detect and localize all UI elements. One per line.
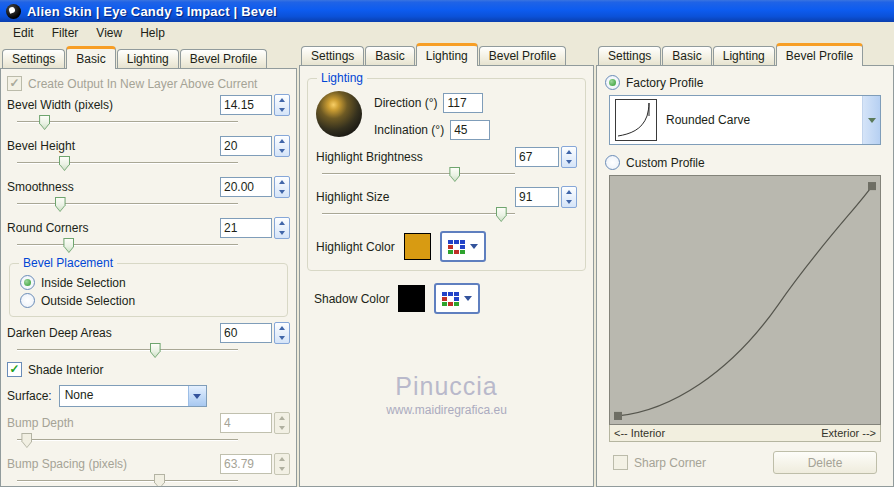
highlight-size-value[interactable]: 91: [515, 187, 559, 207]
bevel-width-stepper[interactable]: [274, 94, 290, 116]
tab-settings[interactable]: Settings: [598, 46, 661, 65]
shadow-color-row: Shadow Color: [314, 283, 579, 314]
bevel-width-label: Bevel Width (pixels): [7, 98, 113, 112]
create-output-checkbox: [7, 76, 22, 91]
surface-dropdown[interactable]: None: [59, 385, 207, 407]
darken-deep-areas-slider-thumb[interactable]: [150, 343, 161, 358]
highlight-size-label: Highlight Size: [316, 190, 389, 204]
bevel-placement-group: Bevel Placement Inside Selection Outside…: [9, 263, 288, 317]
bump-spacing-value: 63.79: [220, 454, 272, 474]
highlight-size-slider[interactable]: [322, 207, 515, 222]
inside-selection-radio[interactable]: [20, 275, 35, 290]
profile-curve-thumbnail: [615, 99, 657, 141]
direction-input[interactable]: 117: [443, 93, 483, 113]
bump-spacing-stepper: [274, 453, 290, 475]
tab-bevel-profile[interactable]: Bevel Profile: [479, 46, 566, 65]
custom-profile-radio[interactable]: [605, 155, 620, 170]
surface-label: Surface:: [7, 389, 52, 403]
surface-dropdown-button[interactable]: [188, 386, 206, 406]
bump-spacing-label: Bump Spacing (pixels): [7, 457, 127, 471]
watermark-name: Pinuccia: [300, 372, 593, 401]
bevel-height-value[interactable]: 20: [220, 136, 272, 156]
shade-interior-row[interactable]: Shade Interior: [7, 362, 290, 377]
curve-handle-interior[interactable]: [614, 412, 622, 420]
tab-basic[interactable]: Basic: [66, 46, 115, 69]
bevel-height-stepper[interactable]: [274, 135, 290, 157]
profile-dropdown-button[interactable]: [862, 96, 880, 144]
window-title: Alien Skin | Eye Candy 5 Impact | Bevel: [27, 4, 277, 19]
shade-interior-checkbox[interactable]: [7, 362, 22, 377]
bevel-width-slider[interactable]: [17, 115, 238, 130]
highlight-brightness-slider[interactable]: [322, 167, 515, 182]
shadow-color-swatch[interactable]: [398, 285, 425, 312]
tab-lighting[interactable]: Lighting: [117, 49, 179, 68]
darken-deep-areas-value[interactable]: 60: [220, 323, 272, 343]
inside-selection-label: Inside Selection: [41, 276, 126, 290]
light-direction-sphere[interactable]: [316, 91, 362, 137]
bevel-profile-curve: [610, 176, 880, 424]
tab-bevel-profile[interactable]: Bevel Profile: [776, 43, 863, 66]
highlight-color-row: Highlight Color: [316, 231, 577, 262]
tab-settings[interactable]: Settings: [301, 46, 364, 65]
bevel-profile-curve-editor[interactable]: [609, 175, 881, 425]
highlight-size-stepper[interactable]: [561, 186, 577, 208]
basic-panel: Settings Basic Lighting Bevel Profile Cr…: [0, 43, 297, 487]
menu-filter[interactable]: Filter: [43, 23, 88, 43]
round-corners-control: Round Corners 21: [1, 216, 296, 253]
bevel-profile-bottom-row: Sharp Corner Delete: [613, 451, 877, 474]
title-bar: Alien Skin | Eye Candy 5 Impact | Bevel: [0, 0, 894, 22]
highlight-color-swatch[interactable]: [404, 233, 431, 260]
factory-profile-option[interactable]: Factory Profile: [605, 75, 885, 90]
highlight-size-slider-thumb[interactable]: [496, 207, 507, 222]
tab-lighting[interactable]: Lighting: [416, 43, 478, 66]
highlight-color-picker-button[interactable]: [440, 231, 486, 262]
bump-depth-slider-thumb: [21, 433, 32, 448]
highlight-brightness-stepper[interactable]: [561, 146, 577, 168]
bevel-width-control: Bevel Width (pixels) 14.15: [1, 93, 296, 130]
menu-help[interactable]: Help: [131, 23, 174, 43]
smoothness-stepper[interactable]: [274, 176, 290, 198]
round-corners-slider[interactable]: [17, 238, 238, 253]
tab-bevel-profile[interactable]: Bevel Profile: [180, 49, 267, 68]
tab-lighting[interactable]: Lighting: [713, 46, 775, 65]
chevron-down-icon: [193, 394, 201, 399]
smoothness-value[interactable]: 20.00: [220, 177, 272, 197]
outside-selection-option[interactable]: Outside Selection: [20, 293, 277, 308]
interior-axis-label: <-- Interior: [614, 427, 665, 439]
smoothness-slider-thumb[interactable]: [55, 197, 66, 212]
menu-view[interactable]: View: [87, 23, 131, 43]
profile-name: Rounded Carve: [666, 113, 862, 127]
round-corners-value[interactable]: 21: [220, 218, 272, 238]
direction-label: Direction (°): [374, 96, 437, 110]
menu-bar: Edit Filter View Help: [0, 22, 894, 43]
inside-selection-option[interactable]: Inside Selection: [20, 275, 277, 290]
curve-handle-exterior[interactable]: [868, 182, 876, 190]
curve-axis-strip: <-- Interior Exterior -->: [609, 425, 881, 442]
bevel-height-slider-thumb[interactable]: [59, 156, 70, 171]
bevel-height-slider[interactable]: [17, 156, 238, 171]
tab-basic[interactable]: Basic: [662, 46, 711, 65]
round-corners-stepper[interactable]: [274, 217, 290, 239]
custom-profile-option[interactable]: Custom Profile: [605, 155, 885, 170]
smoothness-slider[interactable]: [17, 197, 238, 212]
inclination-input[interactable]: 45: [450, 120, 490, 140]
darken-deep-areas-stepper[interactable]: [274, 322, 290, 344]
chevron-down-icon: [470, 244, 478, 249]
light-direction-row: Direction (°) 117 Inclination (°) 45: [316, 91, 577, 140]
factory-profile-label: Factory Profile: [626, 76, 703, 90]
surface-value: None: [60, 386, 188, 406]
factory-profile-dropdown[interactable]: Rounded Carve: [609, 95, 881, 145]
highlight-brightness-value[interactable]: 67: [515, 147, 559, 167]
factory-profile-radio[interactable]: [605, 75, 620, 90]
bevel-width-slider-thumb[interactable]: [39, 115, 50, 130]
round-corners-slider-thumb[interactable]: [63, 238, 74, 253]
tab-basic[interactable]: Basic: [365, 46, 414, 65]
darken-deep-areas-slider[interactable]: [17, 343, 238, 358]
highlight-brightness-slider-thumb[interactable]: [449, 167, 460, 182]
outside-selection-radio[interactable]: [20, 293, 35, 308]
shadow-color-picker-button[interactable]: [434, 283, 480, 314]
lighting-page: Lighting Direction (°) 117 Inclination (…: [299, 65, 594, 487]
bevel-width-value[interactable]: 14.15: [220, 95, 272, 115]
menu-edit[interactable]: Edit: [4, 23, 43, 43]
tab-settings[interactable]: Settings: [2, 49, 65, 68]
